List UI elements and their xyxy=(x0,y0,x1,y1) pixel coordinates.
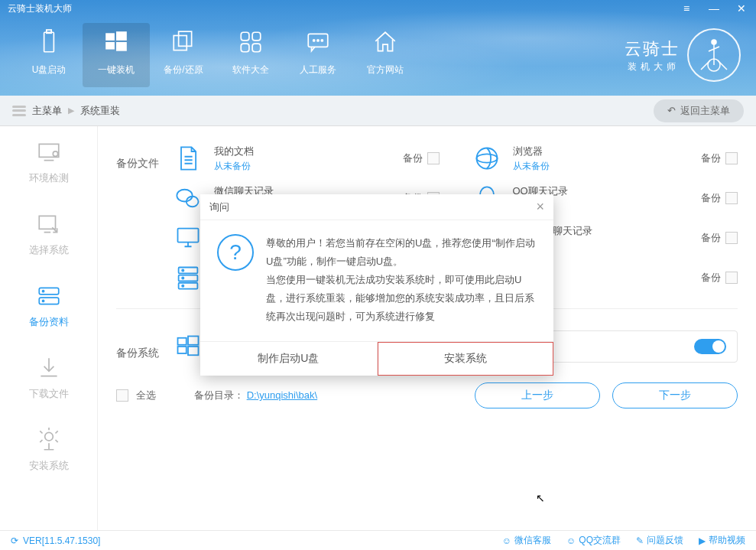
confirm-dialog: 询问 × ? 尊敬的用户！若您当前存在空闲的U盘，推荐您使用“制作启动U盘”功能… xyxy=(200,194,553,376)
dialog-header: 询问 × xyxy=(200,194,553,220)
question-icon: ? xyxy=(217,234,254,271)
install-system-button[interactable]: 安装系统 xyxy=(378,342,554,376)
dialog-message: 尊敬的用户！若您当前存在空闲的U盘，推荐您使用“制作启动U盘”功能，制作一键启动… xyxy=(266,234,537,326)
dialog-close-icon[interactable]: × xyxy=(536,199,544,215)
dialog-title: 询问 xyxy=(209,200,229,214)
make-usb-button[interactable]: 制作启动U盘 xyxy=(200,342,378,376)
